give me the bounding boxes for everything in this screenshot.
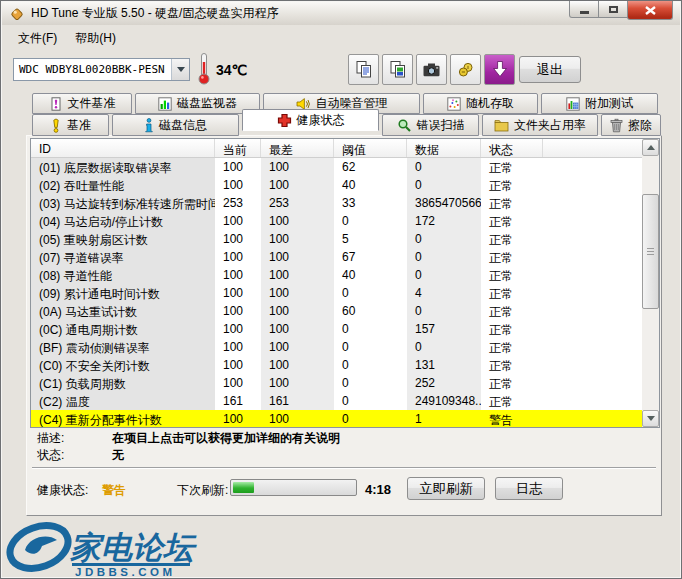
cell-threshold: 0	[334, 374, 407, 392]
cell-data: 0	[407, 230, 481, 248]
tab-extra-tests[interactable]: 附加测试	[541, 93, 658, 114]
refresh-now-button[interactable]: 立即刷新	[407, 477, 485, 500]
tab-folder-usage[interactable]: 文件夹占用率	[482, 114, 598, 136]
cell-worst: 100	[261, 176, 334, 194]
file-benchmark-icon	[49, 97, 63, 111]
progressbar-fill	[233, 482, 254, 493]
description-value: 在项目上点击可以获得更加详细的有关说明	[112, 430, 340, 447]
health-tab-panel: ID当前最差阈值数据状态 (01) 底层数据读取错误率100100620正常(0…	[26, 135, 662, 516]
arrow-down-icon	[647, 416, 655, 421]
tab-label: 文件夹占用率	[514, 117, 586, 134]
menu-item-0[interactable]: 文件(F)	[9, 28, 66, 47]
smart-attribute-row[interactable]: (09) 累计通电时间计数10010004正常	[31, 284, 642, 302]
app-icon	[9, 6, 25, 22]
smart-attribute-row[interactable]: (C0) 不安全关闭计数1001000131正常	[31, 356, 642, 374]
cell-worst: 100	[261, 338, 334, 356]
smart-attribute-row[interactable]: (01) 底层数据读取错误率100100620正常	[31, 158, 642, 176]
row-filler	[543, 338, 642, 356]
cell-id: (01) 底层数据读取错误率	[31, 158, 215, 176]
cell-current: 161	[215, 392, 261, 410]
row-filler	[543, 284, 642, 302]
cell-worst: 100	[261, 374, 334, 392]
row-filler	[543, 212, 642, 230]
tab-label: 文件基准	[68, 95, 116, 112]
cell-current: 253	[215, 194, 261, 212]
smart-attribute-row[interactable]: (07) 寻道错误率100100670正常	[31, 248, 642, 266]
arrow-up-icon	[647, 145, 655, 150]
tab-random-access[interactable]: 随机存取	[423, 93, 538, 114]
chevron-down-icon	[177, 67, 185, 72]
tab-file-benchmark[interactable]: 文件基准	[32, 93, 132, 114]
cell-worst: 100	[261, 248, 334, 266]
cell-data: 131	[407, 356, 481, 374]
scroll-up-button[interactable]	[642, 139, 659, 156]
cell-threshold: 62	[334, 158, 407, 176]
benchmark-icon	[50, 118, 62, 133]
column-header-3[interactable]: 阈值	[334, 139, 407, 157]
smart-attribute-row[interactable]: (02) 吞吐量性能100100400正常	[31, 176, 642, 194]
tab-label: 随机存取	[466, 95, 514, 112]
save-icon	[491, 60, 509, 79]
copy-text-button[interactable]	[348, 54, 379, 85]
smart-attribute-row[interactable]: (08) 寻道性能100100400正常	[31, 266, 642, 284]
drive-select[interactable]: WDC WDBY8L0020BBK-PESN (2000 gB)	[13, 58, 190, 81]
column-header-1[interactable]: 当前	[215, 139, 261, 157]
drive-select-dropdown-button[interactable]	[171, 59, 189, 80]
smart-attribute-row[interactable]: (C2) 温度1611610249109348...正常	[31, 392, 642, 410]
save-button[interactable]	[484, 54, 515, 85]
scrollbar-thumb[interactable]	[642, 194, 659, 309]
smart-attribute-row[interactable]: (0C) 通电周期计数1001000157正常	[31, 320, 642, 338]
smart-attribute-row[interactable]: (0A) 马达重试计数100100600正常	[31, 302, 642, 320]
scroll-down-button[interactable]	[642, 410, 659, 427]
cell-status: 正常	[481, 230, 543, 248]
tab-error-scan[interactable]: 错误扫描	[382, 114, 479, 136]
hdtune-window: HD Tune 专业版 5.50 - 硬盘/固态硬盘实用程序 文件(F)帮助(H…	[0, 0, 682, 579]
column-header-5[interactable]: 状态	[481, 139, 543, 157]
close-button[interactable]	[627, 1, 673, 20]
minimize-button[interactable]	[569, 1, 599, 18]
smart-listview: ID当前最差阈值数据状态 (01) 底层数据读取错误率100100620正常(0…	[30, 138, 660, 428]
cell-data: 0	[407, 176, 481, 194]
column-header-4[interactable]: 数据	[407, 139, 481, 157]
separator-line	[32, 467, 656, 469]
cell-current: 100	[215, 266, 261, 284]
smart-attribute-row[interactable]: (BF) 震动侦测错误率10010000正常	[31, 338, 642, 356]
tab-label: 擦除	[628, 117, 652, 134]
error-scan-icon	[397, 118, 412, 133]
row-filler	[543, 410, 642, 428]
copy-image-button[interactable]	[382, 54, 413, 85]
smart-attribute-row[interactable]: (C4) 重新分配事件计数10010001警告	[31, 410, 642, 428]
description-line: 描述: 在项目上点击可以获得更加详细的有关说明	[37, 430, 340, 447]
log-button[interactable]: 日志	[495, 477, 563, 500]
cell-status: 正常	[481, 356, 543, 374]
smart-attribute-row[interactable]: (04) 马达启动/停止计数1001000172正常	[31, 212, 642, 230]
smart-attribute-row[interactable]: (03) 马达旋转到标准转速所需时间2532533338654705664正常	[31, 194, 642, 212]
tab-benchmark[interactable]: 基准	[32, 114, 109, 136]
cell-threshold: 60	[334, 302, 407, 320]
vertical-scrollbar[interactable]	[642, 139, 659, 427]
smart-attribute-row[interactable]: (C1) 负载周期数1001000252正常	[31, 374, 642, 392]
tab-erase[interactable]: 擦除	[601, 114, 661, 136]
column-header-2[interactable]: 最差	[261, 139, 334, 157]
row-filler	[543, 356, 642, 374]
health-icon	[277, 113, 292, 128]
cell-id: (08) 寻道性能	[31, 266, 215, 284]
cell-current: 100	[215, 410, 261, 428]
cell-status: 正常	[481, 248, 543, 266]
row-filler	[543, 392, 642, 410]
tab-disk-info[interactable]: 磁盘信息	[112, 114, 239, 136]
cell-id: (02) 吞吐量性能	[31, 176, 215, 194]
exit-button[interactable]: 退出	[519, 56, 581, 83]
maximize-button[interactable]	[598, 1, 628, 18]
cell-data: 0	[407, 158, 481, 176]
smart-attribute-row[interactable]: (05) 重映射扇区计数10010050正常	[31, 230, 642, 248]
screenshot-button[interactable]	[416, 54, 447, 85]
tab-health[interactable]: 健康状态	[242, 109, 379, 131]
menu-item-1[interactable]: 帮助(H)	[66, 28, 125, 47]
cell-worst: 100	[261, 158, 334, 176]
cell-current: 100	[215, 302, 261, 320]
options-button[interactable]	[450, 54, 481, 85]
column-header-0[interactable]: ID	[31, 139, 215, 157]
tab-label: 磁盘监视器	[177, 95, 237, 112]
cell-threshold: 0	[334, 410, 407, 428]
